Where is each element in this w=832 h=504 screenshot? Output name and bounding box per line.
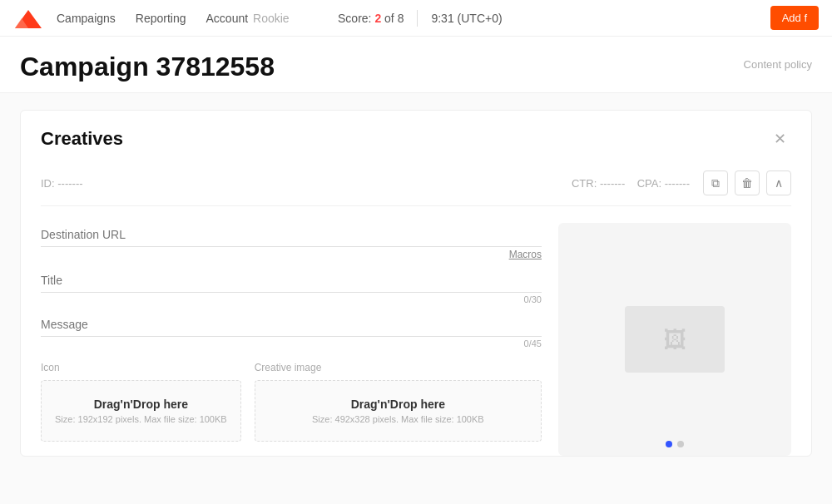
creative-content-row: Macros 0/30 0/45 [41, 216, 791, 456]
image-placeholder-icon: 🖼 [663, 326, 686, 353]
preview-image-placeholder: 🖼 [625, 306, 725, 373]
message-field: 0/45 [41, 313, 542, 348]
creative-image-size-text: Size: 492x328 pixels. Max file size: 100… [269, 414, 527, 424]
icon-upload-box[interactable]: Drag'n'Drop here Size: 192x192 pixels. M… [41, 380, 241, 442]
creatives-header: Creatives ✕ [41, 127, 791, 151]
duplicate-button[interactable]: ⧉ [703, 170, 728, 195]
creative-image-drag-text: Drag'n'Drop here [269, 398, 527, 411]
add-button[interactable]: Add f [770, 6, 819, 30]
creatives-panel: Creatives ✕ ID: ------- CTR: ------- CPA… [20, 110, 812, 457]
title-field: 0/30 [41, 269, 542, 304]
page-title: Campaign 37812558 [20, 52, 812, 82]
logo-icon[interactable] [13, 7, 43, 30]
main-content: Creatives ✕ ID: ------- CTR: ------- CPA… [0, 93, 832, 504]
creative-preview: 🖼 [558, 223, 791, 456]
title-char-count: 0/30 [524, 294, 542, 304]
page-title-area: Content policy Campaign 37812558 [0, 37, 832, 93]
title-input[interactable] [41, 269, 542, 293]
creative-stats: CTR: ------- CPA: ------- [572, 177, 690, 190]
dot-2[interactable] [677, 441, 684, 447]
creative-meta-row: ID: ------- CTR: ------- CPA: ------- ⧉ … [41, 164, 791, 206]
title-footer: 0/30 [41, 294, 542, 304]
main-nav: Campaigns Reporting Account Rookie [57, 8, 324, 28]
close-button[interactable]: ✕ [768, 127, 791, 151]
icon-label: Icon [41, 362, 241, 373]
creative-form: Macros 0/30 0/45 [41, 223, 542, 456]
message-footer: 0/45 [41, 338, 542, 348]
destination-url-input[interactable] [41, 223, 542, 247]
creative-image-label: Creative image [255, 362, 542, 373]
macros-footer: Macros [41, 249, 542, 260]
nav-account[interactable]: Account Rookie [206, 12, 290, 25]
dot-1[interactable] [666, 441, 672, 447]
icon-drag-text: Drag'n'Drop here [55, 398, 227, 411]
upload-row: Icon Drag'n'Drop here Size: 192x192 pixe… [41, 362, 542, 442]
preview-dots [666, 441, 684, 447]
message-input[interactable] [41, 313, 542, 337]
message-char-count: 0/45 [524, 338, 542, 348]
creatives-title: Creatives [41, 128, 123, 150]
nav-reporting[interactable]: Reporting [136, 8, 186, 28]
header-divider [417, 10, 418, 27]
delete-button[interactable]: 🗑 [735, 170, 760, 195]
macros-link[interactable]: Macros [509, 249, 542, 260]
clock: 9:31 (UTC+0) [431, 12, 502, 25]
meta-actions: ⧉ 🗑 ∧ [703, 170, 791, 195]
destination-url-field: Macros [41, 223, 542, 260]
creative-image-upload-box[interactable]: Drag'n'Drop here Size: 492x328 pixels. M… [255, 380, 542, 442]
app-header: Campaigns Reporting Account Rookie Score… [0, 0, 832, 37]
score-display: Score: 2 of 8 [338, 12, 404, 25]
nav-campaigns[interactable]: Campaigns [57, 8, 116, 28]
collapse-button[interactable]: ∧ [766, 170, 791, 195]
creative-id: ID: ------- [41, 177, 572, 190]
icon-size-text: Size: 192x192 pixels. Max file size: 100… [55, 414, 227, 424]
content-policy-link[interactable]: Content policy [744, 58, 812, 71]
preview-area: 🖼 [558, 223, 791, 456]
